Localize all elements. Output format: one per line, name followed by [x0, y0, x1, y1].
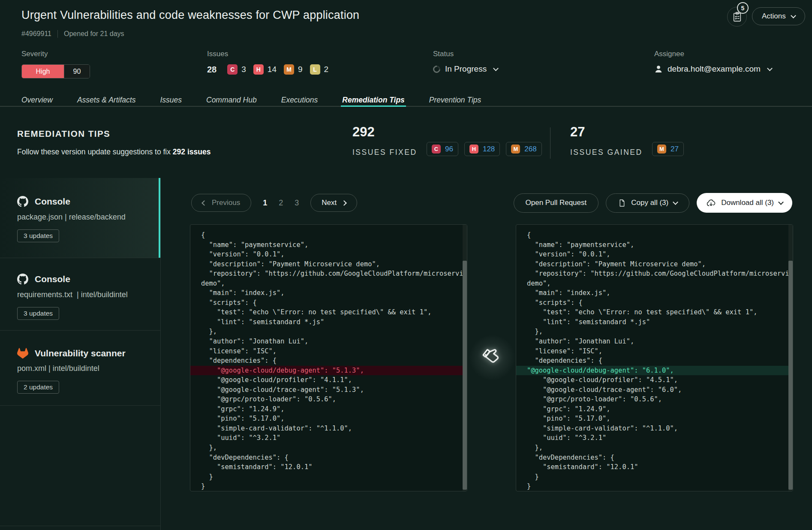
tab-issues[interactable]: Issues — [160, 94, 182, 106]
severity-badge: High 90 — [21, 64, 90, 78]
sidebar-item-title: Console — [35, 274, 70, 284]
chip-count: 27 — [671, 145, 679, 154]
chip-count: 96 — [445, 145, 453, 154]
subtitle-issue-count: 292 issues — [173, 148, 211, 156]
code-line: "scripts": { — [190, 298, 467, 308]
sidebar-item-title: Vulnerability scanner — [35, 348, 126, 358]
code-line: "@google-cloud/profiler": "4.1.1", — [190, 375, 467, 385]
issue-count-l: 2 — [324, 65, 329, 74]
code-line: "test": "echo \"Error: no test specified… — [516, 307, 793, 317]
tab-assets-artifacts[interactable]: Assets & Artifacts — [77, 94, 135, 106]
page-numbers: 123 — [263, 199, 299, 208]
code-line: } — [516, 472, 793, 482]
issues-label: Issues — [207, 50, 328, 58]
severity-badge-M: M — [657, 145, 666, 154]
page-3[interactable]: 3 — [295, 199, 299, 208]
next-page-button[interactable]: Next — [310, 194, 357, 212]
stat-chip-m: M268 — [506, 142, 541, 156]
severity-badge-L: L — [310, 64, 320, 75]
issues-gained-label: ISSUES GAINED — [570, 148, 643, 157]
code-line: { — [516, 230, 793, 240]
severity-value: High — [22, 65, 64, 78]
scrollbar-track[interactable] — [463, 225, 467, 491]
code-line: "grpc": "1.24.9", — [516, 404, 793, 414]
assignee-dropdown[interactable]: debra.holt@example.com — [654, 64, 772, 74]
actions-label: Actions — [762, 12, 786, 21]
sidebar-item-vulnerability-scanner-2[interactable]: Vulnerability scannerpom.xml | intel/bui… — [0, 331, 160, 405]
issues-fixed-value: 292 — [352, 124, 375, 140]
tab-prevention-tips[interactable]: Prevention Tips — [429, 94, 481, 106]
stat-chip-c: C96 — [427, 142, 458, 156]
next-label: Next — [322, 199, 337, 207]
issue-count-m: 9 — [298, 65, 303, 74]
code-line: } — [190, 472, 467, 482]
sidebar-item-console-1[interactable]: Consolerequirements.txt | intel/buildint… — [0, 258, 160, 330]
code-line: "@google-cloud/debug-agent": "5.1.3", — [190, 366, 467, 376]
tab-remediation-tips[interactable]: Remediation Tips — [342, 94, 405, 106]
code-line: "description": "Payment Microservice dem… — [516, 259, 793, 269]
actions-button[interactable]: Actions — [752, 7, 805, 25]
code-line: "license": "ISC", — [516, 346, 793, 356]
copy-icon — [618, 199, 626, 207]
issues-total: 28 — [207, 65, 217, 75]
remediation-sidebar: Consolepackage.json | release/backend3 u… — [0, 178, 161, 530]
code-line: demo", — [516, 279, 793, 289]
severity-badge-M: M — [511, 145, 520, 154]
open-pr-label: Open Pull Request — [526, 199, 587, 207]
code-line: "scripts": { — [516, 298, 793, 308]
tab-command-hub[interactable]: Command Hub — [206, 94, 257, 106]
copy-all-button[interactable]: Copy all (3) — [606, 193, 689, 213]
previous-page-button[interactable]: Previous — [191, 194, 251, 212]
severity-badge-H: H — [253, 64, 264, 75]
github-icon — [17, 196, 28, 207]
sidebar-item-path: package.json | release/backend — [17, 213, 126, 222]
code-line: "uuid": "^3.2.1" — [516, 433, 793, 443]
divider — [0, 405, 161, 406]
scrollbar-thumb[interactable] — [788, 261, 793, 490]
chevron-down-icon — [778, 199, 784, 205]
sidebar-item-path: requirements.txt | intel/buildintel — [17, 290, 128, 299]
code-line: }, — [516, 443, 793, 453]
issues-row: 28 C3H14M9L2 — [207, 64, 328, 75]
severity-badge-C: C — [432, 145, 441, 154]
assignee-value: debra.holt@example.com — [668, 64, 761, 74]
code-line: "semistandard": "12.0.1" — [516, 462, 793, 472]
diff-panel-before: { "name": "paymentservice", "version": "… — [190, 224, 467, 491]
code-line: "@google-cloud/profiler": "4.5.1", — [516, 375, 793, 385]
status-value: In Progress — [445, 64, 487, 74]
issue-count-c: 3 — [241, 65, 246, 74]
page-title: Urgent Vulnerabilities and code weakness… — [21, 9, 359, 22]
code-line: "main": "index.js", — [190, 288, 467, 298]
stat-chip-m: M27 — [652, 142, 684, 156]
code-line: "@google-cloud/trace-agent": "5.1.3", — [190, 385, 467, 395]
github-icon — [17, 274, 28, 285]
status-dropdown[interactable]: In Progress — [433, 64, 498, 74]
code-line: "dependencies": { — [516, 356, 793, 366]
chevron-left-icon — [201, 200, 207, 206]
page-2[interactable]: 2 — [279, 199, 283, 208]
code-line: "license": "ISC", — [190, 346, 467, 356]
status-group: Status In Progress — [433, 50, 498, 74]
download-all-button[interactable]: Download all (3) — [697, 193, 792, 213]
severity-badge-C: C — [227, 64, 238, 75]
sidebar-item-console-0[interactable]: Consolepackage.json | release/backend3 u… — [0, 178, 160, 258]
tab-executions[interactable]: Executions — [281, 94, 318, 106]
tab-bar: OverviewAssets & ArtifactsIssuesCommand … — [0, 94, 812, 107]
severity-label: Severity — [21, 50, 90, 58]
open-pull-request-button[interactable]: Open Pull Request — [514, 193, 599, 213]
app-screen: Urgent Vulnerabilities and code weakness… — [0, 0, 812, 530]
copy-all-label: Copy all (3) — [631, 199, 668, 207]
code-line: "@grpc/proto-loader": "0.5.6", — [190, 394, 467, 404]
scrollbar-track[interactable] — [788, 225, 793, 491]
diff-panel-after: { "name": "paymentservice", "version": "… — [516, 224, 793, 491]
tab-overview[interactable]: Overview — [21, 94, 53, 106]
divider — [0, 330, 161, 331]
status-label: Status — [433, 50, 498, 58]
code-line: demo", — [190, 279, 467, 289]
code-line: "grpc": "1.24.9", — [190, 404, 467, 414]
code-line: "version": "0.0.1", — [190, 250, 467, 259]
scrollbar-thumb[interactable] — [463, 261, 467, 490]
updates-badge: 3 updates — [17, 229, 59, 242]
code-line: "description": "Payment Microservice dem… — [190, 259, 467, 269]
page-1[interactable]: 1 — [263, 199, 267, 208]
